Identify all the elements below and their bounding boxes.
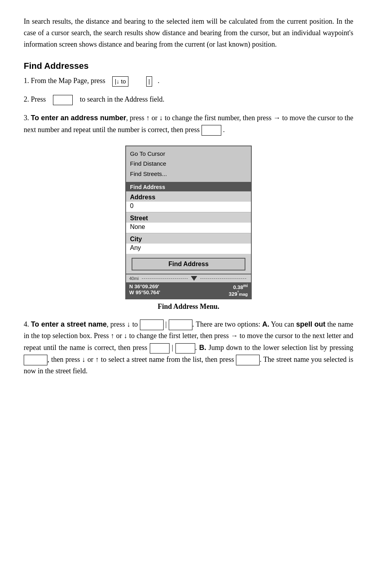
- address-label: Address: [126, 191, 251, 202]
- step-3: 3. To enter an address number, press ↑ o…: [24, 112, 353, 136]
- step2-b: to search in the Address field.: [80, 95, 164, 103]
- step1-text: 1. From the Map Page, press: [24, 77, 105, 85]
- map-line: 40mi: [129, 276, 248, 281]
- coords-left: N 36°09.269' W 95°50.764': [129, 284, 160, 297]
- step4-c: , press ↓ to | . There are two options: …: [24, 320, 353, 375]
- step-2: 2. Press to search in the Address field.: [24, 94, 353, 105]
- menu-top-section: Go To Cursor Find Distance Find Streets.…: [126, 146, 251, 183]
- map-coords: N 36°09.269' W 95°50.764' 0.38mi 329°mag: [126, 282, 251, 299]
- menu-item-go-to-cursor: Go To Cursor: [130, 149, 247, 159]
- map-dashes-2: [200, 278, 246, 279]
- street-value[interactable]: None: [126, 223, 251, 233]
- step4-key5: [24, 355, 47, 365]
- step2-key: [53, 95, 73, 105]
- step3-bold: To enter an address number: [31, 114, 126, 122]
- coord-n: N 36°09.269': [129, 284, 160, 289]
- address-value[interactable]: 0: [126, 202, 251, 212]
- find-address-menu: Go To Cursor Find Distance Find Streets.…: [125, 146, 252, 299]
- step4-key3: [150, 343, 170, 354]
- step1-key2: |: [146, 76, 153, 87]
- coord-bearing: 329°mag: [229, 290, 248, 297]
- map-dashes: [142, 278, 188, 279]
- intro-paragraph: In search results, the distance and bear…: [24, 16, 353, 50]
- step-4: 4. To enter a street name, press ↓ to | …: [24, 319, 353, 377]
- step4-key2: [169, 320, 192, 330]
- coords-right: 0.38mi 329°mag: [229, 284, 248, 297]
- step4-key6: [236, 355, 260, 365]
- step1-key: |↓ to: [112, 76, 128, 87]
- menu-item-find-distance: Find Distance: [130, 159, 247, 169]
- map-strip: 40mi: [126, 274, 251, 282]
- section-title: Find Addresses: [24, 61, 353, 71]
- step1-period: .: [158, 77, 160, 85]
- menu-container: Go To Cursor Find Distance Find Streets.…: [24, 146, 353, 299]
- find-address-button[interactable]: Find Address: [132, 258, 245, 270]
- street-label: Street: [126, 212, 251, 223]
- menu-caption: Find Address Menu.: [24, 303, 353, 311]
- step-1: 1. From the Map Page, press |↓ to | .: [24, 75, 353, 87]
- step4-bold: To enter a street name: [31, 320, 107, 328]
- map-triangle: [191, 276, 197, 281]
- coord-w: W 95°50.764': [129, 289, 160, 295]
- step4-key4: [175, 343, 195, 354]
- step3-num: 3.: [24, 114, 31, 122]
- step4-num: 4.: [24, 320, 31, 328]
- step4-key1: [140, 320, 164, 330]
- menu-header-bar: Find Address: [126, 183, 251, 191]
- coord-dist: 0.38mi: [233, 284, 248, 290]
- menu-item-find-streets: Find Streets...: [130, 169, 247, 179]
- map-label: 40mi: [129, 276, 139, 281]
- city-label: City: [126, 233, 251, 244]
- step2-a: 2. Press: [24, 95, 46, 103]
- city-value[interactable]: Any: [126, 244, 251, 254]
- step3-key: [202, 125, 221, 136]
